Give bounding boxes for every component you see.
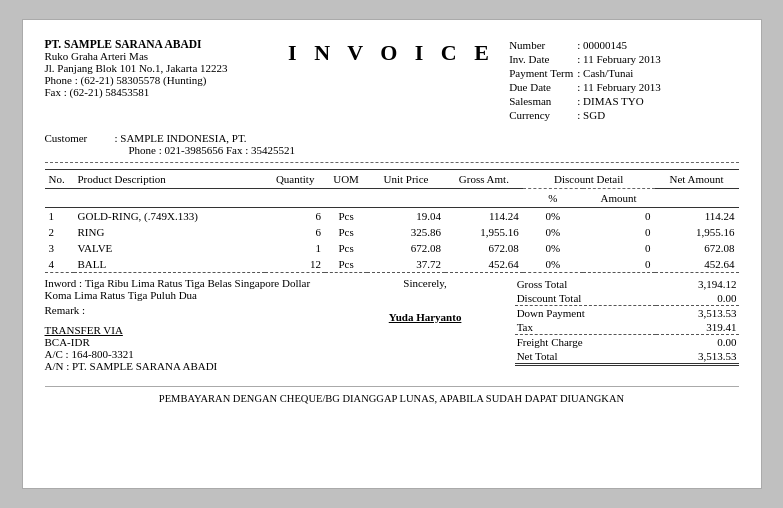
table-row: 1 GOLD-RING, (.749X.133) 6 Pcs 19.04 114…	[45, 208, 739, 225]
item-qty: 6	[265, 224, 325, 240]
item-disc-pct: 0%	[523, 240, 583, 256]
down-payment-value: 3,513.53	[656, 306, 739, 321]
item-desc: RING	[74, 224, 266, 240]
item-net-amt: 452.64	[655, 256, 739, 273]
items-table: No. Product Description Quantity UOM Uni…	[45, 169, 739, 273]
salesman-value: : DIMAS TYO	[575, 94, 663, 108]
table-row: 3 VALVE 1 Pcs 672.08 672.08 0% 0 672.08	[45, 240, 739, 256]
currency-value: : SGD	[575, 108, 663, 122]
col-quantity: Quantity	[265, 170, 325, 189]
item-gross-amt: 672.08	[445, 240, 523, 256]
transfer-label: TRANSFER VIA	[45, 324, 336, 336]
item-qty: 12	[265, 256, 325, 273]
item-disc-amt: 0	[583, 240, 655, 256]
item-disc-pct: 0%	[523, 256, 583, 273]
footer-middle: Sincerely, Yuda Haryanto	[336, 277, 515, 372]
table-row: 2 RING 6 Pcs 325.86 1,955.16 0% 0 1,955.…	[45, 224, 739, 240]
inv-date-value: : 11 February 2013	[575, 52, 663, 66]
due-date-label: Due Date	[507, 80, 575, 94]
transfer-account: A/C : 164-800-3321	[45, 348, 336, 360]
totals-table: Gross Total 3,194.12 Discount Total 0.00…	[515, 277, 739, 366]
number-value: : 00000145	[575, 38, 663, 52]
customer-section: Customer : SAMPLE INDONESIA, PT. Phone :…	[45, 132, 739, 156]
footer-note: PEMBAYARAN DENGAN CHEQUE/BG DIANGGAP LUN…	[45, 386, 739, 404]
inword-label: Inword : Tiga Ribu Lima Ratus Tiga Belas…	[45, 277, 336, 301]
sincerely: Sincerely,	[336, 277, 515, 289]
net-total-label: Net Total	[515, 349, 656, 365]
item-desc: GOLD-RING, (.749X.133)	[74, 208, 266, 225]
tax-value: 319.41	[656, 320, 739, 335]
col-unit-price: Unit Price	[367, 170, 445, 189]
remark: Remark :	[45, 304, 336, 316]
transfer-account-name: A/N : PT. SAMPLE SARANA ABADI	[45, 360, 336, 372]
item-gross-amt: 452.64	[445, 256, 523, 273]
col-product: Product Description	[74, 170, 266, 189]
col-uom: UOM	[325, 170, 367, 189]
transfer-bank: BCA-IDR	[45, 336, 336, 348]
item-uom: Pcs	[325, 256, 367, 273]
item-no: 3	[45, 240, 74, 256]
freight-value: 0.00	[656, 335, 739, 350]
number-label: Number	[507, 38, 575, 52]
item-uom: Pcs	[325, 240, 367, 256]
col-disc-pct: %	[523, 189, 583, 208]
item-net-amt: 1,955.16	[655, 224, 739, 240]
gross-total-value: 3,194.12	[656, 277, 739, 291]
col-gross-amt: Gross Amt.	[445, 170, 523, 189]
company-phone: Phone : (62-21) 58305578 (Hunting)	[45, 74, 276, 86]
item-desc: BALL	[74, 256, 266, 273]
col-net-amount: Net Amount	[655, 170, 739, 189]
divider-top	[45, 162, 739, 163]
inv-date-label: Inv. Date	[507, 52, 575, 66]
discount-total-label: Discount Total	[515, 291, 656, 306]
salesman-label: Salesman	[507, 94, 575, 108]
item-no: 4	[45, 256, 74, 273]
payment-term-value: : Cash/Tunai	[575, 66, 663, 80]
item-disc-pct: 0%	[523, 224, 583, 240]
customer-name: : SAMPLE INDONESIA, PT. Phone : 021-3985…	[115, 132, 296, 156]
gross-total-label: Gross Total	[515, 277, 656, 291]
item-unit-price: 19.04	[367, 208, 445, 225]
item-disc-amt: 0	[583, 208, 655, 225]
item-unit-price: 37.72	[367, 256, 445, 273]
transfer-section: TRANSFER VIA BCA-IDR A/C : 164-800-3321 …	[45, 324, 336, 372]
item-qty: 6	[265, 208, 325, 225]
company-address2: Jl. Panjang Blok 101 No.1, Jakarta 12223	[45, 62, 276, 74]
item-gross-amt: 114.24	[445, 208, 523, 225]
item-unit-price: 325.86	[367, 224, 445, 240]
item-gross-amt: 1,955.16	[445, 224, 523, 240]
item-unit-price: 672.08	[367, 240, 445, 256]
item-desc: VALVE	[74, 240, 266, 256]
invoice-details: Number : 00000145 Inv. Date : 11 Februar…	[507, 38, 738, 122]
item-net-amt: 114.24	[655, 208, 739, 225]
due-date-value: : 11 February 2013	[575, 80, 663, 94]
item-uom: Pcs	[325, 208, 367, 225]
net-total-value: 3,513.53	[656, 349, 739, 365]
col-discount-detail: Discount Detail	[523, 170, 655, 189]
footer-right: Gross Total 3,194.12 Discount Total 0.00…	[515, 277, 739, 372]
footer-left: Inword : Tiga Ribu Lima Ratus Tiga Belas…	[45, 277, 336, 372]
customer-label: Customer	[45, 132, 115, 156]
currency-label: Currency	[507, 108, 575, 122]
item-qty: 1	[265, 240, 325, 256]
item-uom: Pcs	[325, 224, 367, 240]
invoice-title: I N V O I C E	[276, 38, 507, 66]
tax-label: Tax	[515, 320, 656, 335]
discount-total-value: 0.00	[656, 291, 739, 306]
item-disc-amt: 0	[583, 256, 655, 273]
header-section: PT. SAMPLE SARANA ABADI Ruko Graha Arter…	[45, 38, 739, 122]
footer-section: Inword : Tiga Ribu Lima Ratus Tiga Belas…	[45, 277, 739, 372]
company-fax: Fax : (62-21) 58453581	[45, 86, 276, 98]
item-disc-amt: 0	[583, 224, 655, 240]
col-no: No.	[45, 170, 74, 189]
signature: Yuda Haryanto	[336, 311, 515, 323]
down-payment-label: Down Payment	[515, 306, 656, 321]
invoice-container: PT. SAMPLE SARANA ABADI Ruko Graha Arter…	[22, 19, 762, 489]
customer-contact: Phone : 021-3985656 Fax : 35425521	[129, 144, 296, 156]
item-net-amt: 672.08	[655, 240, 739, 256]
item-disc-pct: 0%	[523, 208, 583, 225]
payment-term-label: Payment Term	[507, 66, 575, 80]
table-row: 4 BALL 12 Pcs 37.72 452.64 0% 0 452.64	[45, 256, 739, 273]
company-address1: Ruko Graha Arteri Mas	[45, 50, 276, 62]
company-name: PT. SAMPLE SARANA ABADI	[45, 38, 276, 50]
